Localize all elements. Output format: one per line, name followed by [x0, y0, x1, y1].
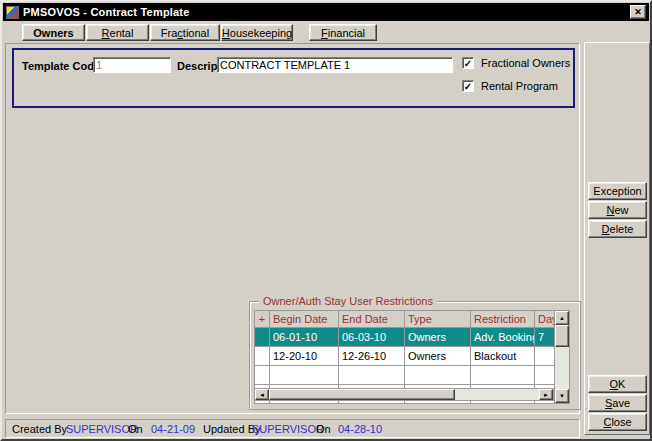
- col-end-date: End Date: [339, 311, 405, 328]
- horizontal-scrollbar[interactable]: ◄ ►: [254, 388, 554, 401]
- window-title: PMSOVOS - Contract Template: [23, 6, 630, 18]
- title-bar: PMSOVOS - Contract Template ✕: [3, 3, 649, 21]
- table-cell[interactable]: 06-03-10: [339, 328, 405, 347]
- row-marker-header: +: [255, 311, 270, 328]
- table-cell[interactable]: 7: [535, 328, 555, 347]
- created-on-label: On: [128, 423, 143, 435]
- contract-template-window: PMSOVOS - Contract Template ✕ Owners Ren…: [0, 0, 652, 441]
- table-cell[interactable]: [535, 366, 555, 385]
- close-button[interactable]: Close: [588, 413, 647, 431]
- table-cell[interactable]: Owners: [405, 347, 471, 366]
- tab-rental[interactable]: Rental: [86, 24, 149, 41]
- scroll-left-icon[interactable]: ◄: [255, 389, 269, 400]
- col-days: Days: [535, 311, 555, 328]
- table-cell[interactable]: Adv. Booking: [471, 328, 535, 347]
- status-bar: Created By SUPERVISOR On 04-21-09 Update…: [5, 419, 580, 438]
- vertical-scroll-track[interactable]: [555, 347, 569, 389]
- table-cell[interactable]: 12-20-10: [270, 347, 339, 366]
- scroll-down-icon[interactable]: ▼: [555, 389, 569, 403]
- scroll-right-icon[interactable]: ►: [539, 389, 553, 400]
- exception-button[interactable]: Exception: [588, 182, 647, 200]
- col-begin-date: Begin Date: [270, 311, 339, 328]
- checkbox-check-icon[interactable]: ✓: [462, 57, 474, 69]
- rental-program-label: Rental Program: [481, 80, 558, 92]
- table-cell[interactable]: [270, 366, 339, 385]
- table-row[interactable]: 12-20-1012-26-10OwnersBlackout: [255, 347, 555, 366]
- table-cell[interactable]: Owners: [405, 328, 471, 347]
- side-button-panel: Exception New Delete OK Save Close: [584, 42, 650, 435]
- row-marker-cell[interactable]: [255, 366, 270, 385]
- col-restriction: Restriction: [471, 311, 535, 328]
- close-icon[interactable]: ✕: [630, 5, 646, 19]
- tab-financial[interactable]: Financial: [309, 24, 377, 41]
- fractional-owners-checkbox[interactable]: ✓ Fractional Owners: [462, 57, 570, 69]
- table-cell[interactable]: 06-01-10: [270, 328, 339, 347]
- main-canvas: Template Code Description ✓ Fractional O…: [5, 43, 580, 414]
- tab-housekeeping[interactable]: Housekeeping: [221, 24, 293, 41]
- app-icon: [6, 6, 19, 19]
- created-by-label: Created By: [12, 423, 67, 435]
- horizontal-scroll-thumb[interactable]: [269, 389, 455, 400]
- table-cell[interactable]: [471, 366, 535, 385]
- tab-bar: Owners Rental Fractional Housekeeping Fi…: [22, 24, 378, 41]
- template-header-panel: Template Code Description ✓ Fractional O…: [12, 48, 575, 108]
- vertical-scroll-thumb[interactable]: [555, 325, 569, 347]
- checkbox-check-icon[interactable]: ✓: [462, 80, 474, 92]
- scroll-up-icon[interactable]: ▲: [555, 311, 569, 325]
- template-code-label: Template Code: [22, 60, 100, 72]
- new-button[interactable]: New: [588, 201, 647, 219]
- tab-owners[interactable]: Owners: [22, 24, 85, 41]
- restrictions-groupbox: Owner/Auth Stay User Restrictions + Begi…: [249, 301, 581, 410]
- save-button[interactable]: Save: [588, 394, 647, 412]
- table-cell[interactable]: [339, 366, 405, 385]
- ok-button[interactable]: OK: [588, 375, 647, 393]
- table-header-row: + Begin Date End Date Type Restriction D…: [255, 311, 555, 328]
- updated-on-label: On: [316, 423, 331, 435]
- table-cell[interactable]: Blackout: [471, 347, 535, 366]
- delete-button[interactable]: Delete: [588, 220, 647, 238]
- row-marker-cell[interactable]: [255, 328, 270, 347]
- description-field[interactable]: [217, 57, 453, 73]
- rental-program-checkbox[interactable]: ✓ Rental Program: [462, 80, 558, 92]
- tab-fractional[interactable]: Fractional: [150, 24, 220, 41]
- fractional-owners-label: Fractional Owners: [481, 57, 570, 69]
- col-type: Type: [405, 311, 471, 328]
- table-cell[interactable]: 12-26-10: [339, 347, 405, 366]
- template-code-field[interactable]: [93, 57, 171, 73]
- table-row[interactable]: [255, 366, 555, 385]
- horizontal-scroll-track[interactable]: [455, 389, 539, 400]
- table-row[interactable]: 06-01-1006-03-10OwnersAdv. Booking7: [255, 328, 555, 347]
- updated-by-value: SUPERVISOR: [252, 423, 324, 435]
- table-cell[interactable]: [405, 366, 471, 385]
- row-marker-cell[interactable]: [255, 347, 270, 366]
- vertical-scrollbar[interactable]: ▲ ▼: [555, 310, 570, 404]
- restrictions-group-label: Owner/Auth Stay User Restrictions: [259, 295, 437, 307]
- updated-on-value: 04-28-10: [338, 423, 382, 435]
- table-cell[interactable]: [535, 347, 555, 366]
- created-on-value: 04-21-09: [151, 423, 195, 435]
